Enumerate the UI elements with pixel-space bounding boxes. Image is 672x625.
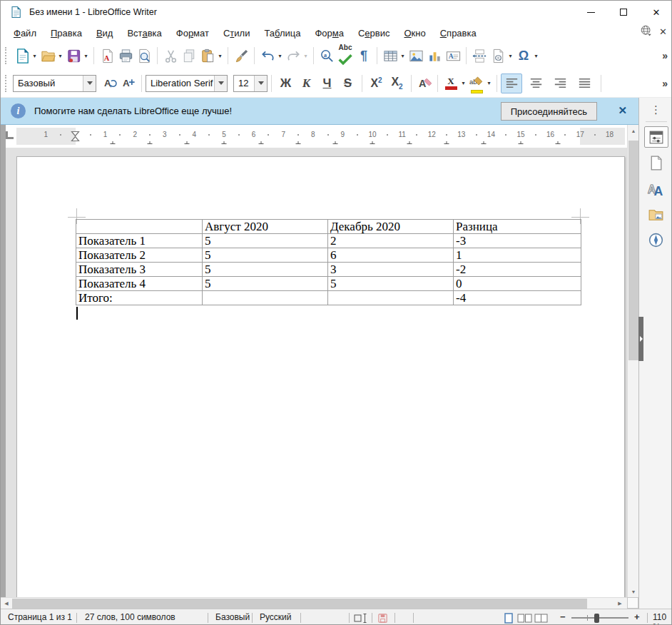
align-right-button[interactable] bbox=[549, 73, 571, 93]
vertical-scrollbar-thumb[interactable] bbox=[628, 141, 638, 360]
chevron-down-icon[interactable]: ▾ bbox=[57, 53, 63, 59]
table-cell[interactable] bbox=[76, 220, 203, 234]
menu-item-3[interactable]: Вставка bbox=[120, 26, 168, 41]
chevron-down-icon[interactable]: ▾ bbox=[31, 53, 38, 59]
special-character-button[interactable]: Ω bbox=[514, 46, 533, 66]
strikethrough-button[interactable]: S bbox=[337, 73, 358, 93]
formatting-marks-button[interactable]: ¶ bbox=[355, 46, 373, 66]
menu-item-4[interactable]: Формат bbox=[169, 26, 216, 41]
document-page[interactable]: Август 2020Декабрь 2020РазницаПоказатель… bbox=[16, 156, 625, 597]
sidebar-tab-page[interactable] bbox=[644, 152, 668, 173]
zoom-percent-field[interactable]: 110 % bbox=[653, 612, 672, 625]
scroll-left-icon[interactable]: ◀ bbox=[1, 598, 12, 609]
chevron-down-icon[interactable]: ▾ bbox=[486, 80, 492, 86]
table-cell[interactable]: 2 bbox=[328, 234, 454, 248]
font-name-combobox[interactable]: Liberation Serif bbox=[146, 75, 228, 92]
table-cell[interactable]: 1 bbox=[454, 248, 581, 263]
infobar-close-icon[interactable]: ✕ bbox=[618, 104, 627, 117]
table-cell[interactable]: 5 bbox=[328, 277, 454, 291]
menu-item-2[interactable]: Вид bbox=[89, 26, 121, 41]
close-button[interactable]: ✕ bbox=[640, 1, 672, 24]
print-button[interactable] bbox=[116, 46, 135, 66]
minimize-button[interactable] bbox=[574, 1, 607, 24]
vertical-scrollbar[interactable]: ▲ ▼ bbox=[627, 125, 638, 597]
table-cell[interactable]: Показатель 4 bbox=[76, 277, 203, 291]
table-cell[interactable]: 5 bbox=[203, 234, 328, 248]
align-justify-button[interactable] bbox=[574, 73, 595, 93]
horizontal-scrollbar[interactable]: ◀ ▶ bbox=[1, 597, 627, 609]
toolbar-grip[interactable] bbox=[5, 47, 8, 64]
menu-item-0[interactable]: Файл bbox=[6, 26, 44, 41]
sidebar-tab-styles[interactable]: A A bbox=[644, 178, 668, 199]
table-cell[interactable]: Показатель 3 bbox=[76, 263, 203, 277]
highlight-color-button[interactable]: ab bbox=[467, 73, 486, 93]
sidebar-tab-gallery[interactable] bbox=[644, 203, 668, 225]
word-count-field[interactable]: 27 слов, 100 символов bbox=[85, 612, 175, 622]
insert-table-button[interactable] bbox=[381, 46, 399, 66]
sidebar-collapse-handle[interactable] bbox=[638, 317, 643, 361]
menu-item-9[interactable]: Окно bbox=[397, 26, 432, 41]
chevron-down-icon[interactable]: ▾ bbox=[399, 53, 406, 59]
document-workspace[interactable]: Август 2020Декабрь 2020РазницаПоказатель… bbox=[1, 148, 627, 597]
font-size-combobox[interactable]: 12 bbox=[233, 75, 268, 92]
toolbar-overflow-button[interactable]: » bbox=[662, 50, 667, 61]
table-cell[interactable]: -3 bbox=[454, 234, 581, 248]
page-break-button[interactable] bbox=[470, 46, 489, 66]
table-cell[interactable]: 0 bbox=[454, 277, 581, 291]
chevron-down-icon[interactable]: ▾ bbox=[507, 53, 514, 59]
new-style-button[interactable]: A bbox=[119, 73, 138, 93]
sidebar-tab-navigator[interactable] bbox=[644, 229, 668, 250]
zoom-out-button[interactable]: − bbox=[560, 611, 566, 622]
menu-item-7[interactable]: Форма bbox=[307, 26, 351, 41]
language-field[interactable]: Русский bbox=[260, 612, 292, 622]
table-cell[interactable]: Август 2020 bbox=[203, 220, 328, 234]
document-table[interactable]: Август 2020Декабрь 2020РазницаПоказатель… bbox=[76, 219, 581, 305]
clear-formatting-button[interactable]: A bbox=[415, 73, 434, 93]
menu-item-8[interactable]: Сервис bbox=[351, 26, 397, 41]
chevron-down-icon[interactable]: ▾ bbox=[277, 53, 283, 59]
undo-button[interactable] bbox=[258, 46, 277, 66]
table-cell[interactable]: 5 bbox=[203, 263, 328, 277]
selection-mode-icon[interactable] bbox=[354, 613, 368, 624]
zoom-slider-thumb[interactable] bbox=[594, 614, 599, 623]
chevron-down-icon[interactable]: ▾ bbox=[83, 53, 89, 59]
toolbar-overflow-button[interactable]: » bbox=[662, 78, 667, 89]
table-cell[interactable] bbox=[203, 291, 328, 305]
sidebar-settings-button[interactable]: ⋮ bbox=[639, 100, 672, 120]
horizontal-ruler[interactable]: 1123456789101112131415161718 bbox=[16, 128, 625, 145]
insert-textbox-button[interactable]: A bbox=[444, 46, 462, 66]
language-update-globe-icon[interactable] bbox=[639, 24, 653, 39]
horizontal-scrollbar-thumb[interactable] bbox=[12, 599, 587, 609]
scroll-right-icon[interactable]: ▶ bbox=[614, 598, 626, 609]
chevron-down-icon[interactable]: ▾ bbox=[217, 53, 223, 59]
view-book-button[interactable] bbox=[534, 613, 548, 624]
save-button[interactable] bbox=[64, 46, 83, 66]
indent-marker-icon[interactable] bbox=[71, 131, 80, 145]
scroll-up-icon[interactable]: ▲ bbox=[628, 125, 639, 136]
view-multi-page-button[interactable] bbox=[517, 613, 532, 624]
align-left-button[interactable] bbox=[501, 73, 522, 93]
align-center-button[interactable] bbox=[525, 73, 546, 93]
menu-item-10[interactable]: Справка bbox=[433, 26, 484, 41]
table-cell[interactable]: Разница bbox=[454, 220, 581, 234]
cut-button[interactable] bbox=[161, 46, 180, 66]
combo-arrow-icon[interactable] bbox=[254, 76, 267, 91]
redo-button[interactable] bbox=[284, 46, 302, 66]
toolbar-grip[interactable] bbox=[5, 75, 8, 92]
insert-field-button[interactable] bbox=[489, 46, 507, 66]
copy-button[interactable] bbox=[180, 46, 198, 66]
export-pdf-button[interactable]: A bbox=[98, 46, 116, 66]
tab-type-selector-icon[interactable] bbox=[6, 131, 14, 139]
new-document-button[interactable] bbox=[13, 46, 31, 66]
insert-chart-button[interactable] bbox=[425, 46, 444, 66]
chevron-down-icon[interactable]: ▾ bbox=[533, 53, 539, 59]
sidebar-tab-properties[interactable] bbox=[644, 126, 668, 148]
insert-image-button[interactable] bbox=[407, 46, 425, 66]
combo-arrow-icon[interactable] bbox=[83, 76, 96, 91]
table-cell[interactable]: Показатель 1 bbox=[76, 234, 203, 248]
close-document-icon[interactable]: ✕ bbox=[659, 26, 667, 37]
clone-formatting-button[interactable] bbox=[232, 46, 250, 66]
document-modified-icon[interactable] bbox=[377, 613, 388, 624]
combo-arrow-icon[interactable] bbox=[214, 76, 227, 91]
find-replace-button[interactable]: a bbox=[317, 46, 336, 66]
